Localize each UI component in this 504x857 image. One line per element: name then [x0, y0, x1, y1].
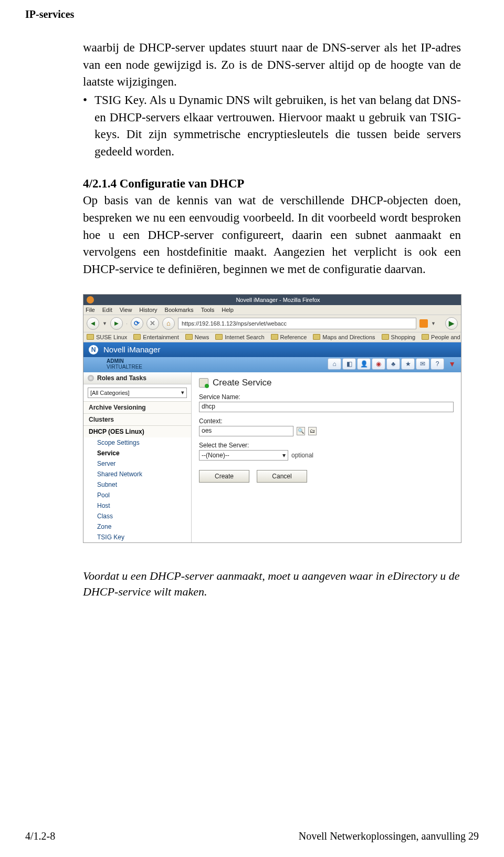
- forward-button[interactable]: ►: [110, 317, 123, 330]
- reload-button[interactable]: ⟳: [131, 317, 143, 330]
- sidebar-tab[interactable]: Roles and Tasks: [83, 372, 191, 384]
- menu-bookmarks[interactable]: Bookmarks: [165, 307, 194, 313]
- toolbar-home-icon[interactable]: ⌂: [328, 358, 341, 370]
- figure-caption: Voordat u een DHCP-server aanmaakt, moet…: [83, 568, 461, 601]
- bullet-text: TSIG Key. Als u Dynamic DNS wilt gebruik…: [94, 92, 461, 161]
- bookmark-news[interactable]: News: [185, 334, 209, 340]
- folder-icon: [422, 334, 429, 340]
- chevron-down-icon: ▾: [282, 452, 286, 459]
- select-server-dropdown[interactable]: --(None)-- ▾: [199, 450, 288, 461]
- sidebar-group-clusters[interactable]: Clusters: [83, 413, 191, 425]
- window-titlebar: Novell iManager - Mozilla Firefox: [83, 295, 461, 305]
- create-service-heading: Create Service: [199, 378, 454, 388]
- folder-icon: [215, 334, 223, 340]
- bookmark-ent[interactable]: Entertainment: [133, 334, 178, 340]
- menu-view[interactable]: View: [120, 307, 132, 313]
- url-text: https://192.168.1.123/nps/servlet/webacc: [182, 320, 287, 327]
- chevron-down-icon: ▾: [181, 389, 184, 396]
- nav-toolbar: ◄ ▼ ► · ⟳ ✕ ⌂ https://192.168.1.123/nps/…: [83, 315, 461, 332]
- url-dropdown-icon[interactable]: ▼: [431, 321, 436, 326]
- toolbar-tree-icon[interactable]: ♣: [386, 358, 400, 370]
- bookmark-suse[interactable]: SUSE Linux: [87, 334, 127, 340]
- sidebar-item-class[interactable]: Class: [83, 511, 191, 521]
- toolbar-star-icon[interactable]: ★: [401, 358, 415, 370]
- folder-icon: [133, 334, 141, 340]
- select-server-label: Select the Server:: [199, 442, 454, 449]
- sidebar-item-zone[interactable]: Zone: [83, 521, 191, 532]
- sidebar-item-shared[interactable]: Shared Network: [83, 469, 191, 479]
- identity-block: ADMIN VIRTUALTREE: [107, 358, 142, 370]
- create-button[interactable]: Create: [199, 470, 249, 483]
- go-button[interactable]: ▶: [445, 317, 458, 330]
- admin-label: ADMIN: [107, 358, 124, 364]
- novell-logo-icon: N: [89, 345, 98, 354]
- firefox-icon: [87, 296, 94, 304]
- novell-title: Novell iManager: [103, 345, 160, 354]
- bookmark-ref[interactable]: Reference: [271, 334, 307, 340]
- sidebar-item-scope[interactable]: Scope Settings: [83, 437, 191, 448]
- select-server-value: --(None)--: [202, 452, 229, 459]
- menu-help[interactable]: Help: [222, 307, 234, 313]
- sidebar: Roles and Tasks [All Categories] ▾ Archi…: [83, 372, 192, 542]
- bookmark-people[interactable]: People and Compan...: [422, 334, 461, 340]
- footer-left: 4/1.2-8: [25, 830, 55, 842]
- toolbar-stop-icon[interactable]: ◉: [372, 358, 385, 370]
- optional-note: optional: [291, 452, 313, 459]
- url-bar[interactable]: https://192.168.1.123/nps/servlet/webacc: [178, 318, 416, 329]
- service-name-input[interactable]: dhcp: [199, 402, 454, 412]
- folder-icon: [271, 334, 278, 340]
- section-heading: 4/2.1.4 Configuratie van DHCP: [83, 175, 461, 193]
- menu-edit[interactable]: Edit: [102, 307, 112, 313]
- novell-header: N Novell iManager: [83, 342, 461, 357]
- bookmark-shop[interactable]: Shopping: [382, 334, 416, 340]
- toolbar-view-icon[interactable]: ◧: [342, 358, 356, 370]
- toolbar-help-icon[interactable]: ?: [430, 358, 444, 370]
- sidebar-item-tsig[interactable]: TSIG Key: [83, 532, 191, 542]
- sidebar-item-service[interactable]: Service: [83, 448, 191, 458]
- bookmark-maps[interactable]: Maps and Directions: [313, 334, 375, 340]
- menu-history[interactable]: History: [139, 307, 157, 313]
- sidebar-item-server[interactable]: Server: [83, 458, 191, 469]
- folder-icon: [185, 334, 193, 340]
- create-service-title: Create Service: [213, 378, 271, 388]
- nav-separator: ·: [126, 320, 128, 327]
- service-name-label: Service Name:: [199, 393, 454, 401]
- folder-icon: [87, 334, 94, 340]
- context-input[interactable]: oes: [199, 426, 293, 436]
- context-label: Context:: [199, 417, 454, 425]
- bullet-dot: •: [83, 92, 94, 109]
- toolbar-arrow-down-icon[interactable]: ▼: [448, 360, 456, 368]
- folder-icon: [382, 334, 389, 340]
- toolbar-user-icon[interactable]: 👤: [357, 358, 371, 370]
- menu-bar: File Edit View History Bookmarks Tools H…: [83, 305, 461, 315]
- toolbar-mail-icon[interactable]: ✉: [416, 358, 429, 370]
- footer-right: Novell Netwerkoplossingen, aanvulling 29: [299, 830, 479, 842]
- category-select[interactable]: [All Categories] ▾: [88, 388, 187, 398]
- page-header: IP-services: [25, 8, 479, 20]
- sidebar-item-subnet[interactable]: Subnet: [83, 479, 191, 490]
- back-dropdown-icon[interactable]: ▼: [102, 321, 107, 326]
- para-intro: waarbij de DHCP-server updates stuurt na…: [83, 39, 461, 91]
- home-button[interactable]: ⌂: [162, 317, 175, 330]
- sidebar-tab-icon: [88, 375, 94, 381]
- cancel-button[interactable]: Cancel: [257, 470, 307, 483]
- sidebar-group-archive[interactable]: Archive Versioning: [83, 401, 191, 413]
- rss-icon[interactable]: [419, 319, 428, 328]
- tree-browse-icon[interactable]: 🗂: [308, 427, 317, 435]
- window-title: Novell iManager - Mozilla Firefox: [98, 297, 458, 303]
- novell-subheader: ADMIN VIRTUALTREE ⌂ ◧ 👤 ◉ ♣ ★ ✉ ? ▼: [83, 357, 461, 372]
- menu-tools[interactable]: Tools: [201, 307, 215, 313]
- category-select-value: [All Categories]: [90, 390, 130, 396]
- content-pane: Create Service Service Name: dhcp Contex…: [192, 372, 461, 542]
- back-button[interactable]: ◄: [87, 317, 99, 330]
- tree-label: VIRTUALTREE: [107, 364, 142, 370]
- sidebar-tab-label: Roles and Tasks: [97, 374, 146, 382]
- sidebar-item-pool[interactable]: Pool: [83, 490, 191, 500]
- bookmark-isearch[interactable]: Internet Search: [215, 334, 264, 340]
- sidebar-group-dhcp[interactable]: DHCP (OES Linux): [83, 425, 191, 437]
- folder-icon: [313, 334, 320, 340]
- sidebar-item-host[interactable]: Host: [83, 500, 191, 511]
- menu-file[interactable]: File: [86, 307, 95, 313]
- stop-button[interactable]: ✕: [146, 317, 159, 330]
- search-icon[interactable]: 🔍: [297, 427, 305, 435]
